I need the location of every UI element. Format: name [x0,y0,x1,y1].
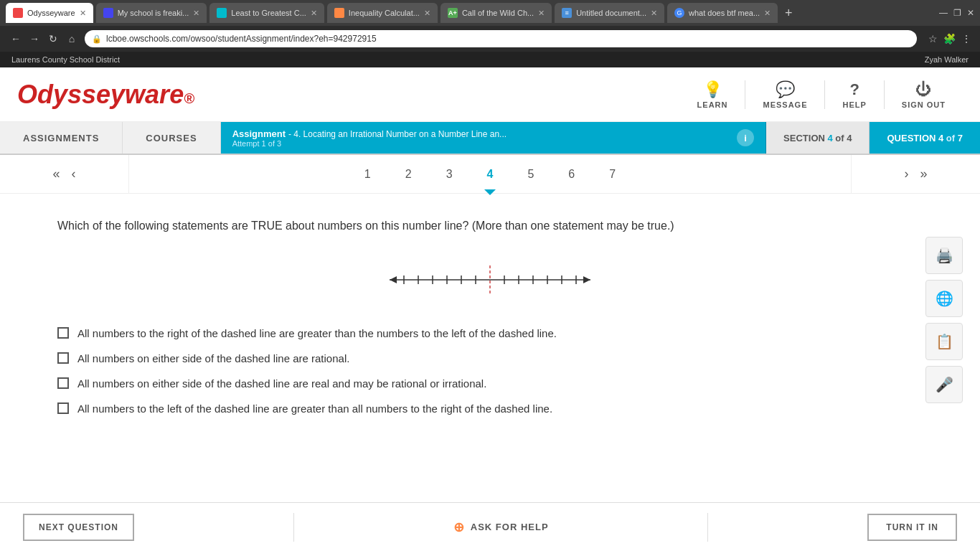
logo-text: Odysseyware [17,80,184,109]
window-controls: — ❐ ✕ [939,8,974,18]
page-numbers: 1 2 3 4 5 6 7 [129,168,851,181]
tab-myschool[interactable]: My school is freaki... ✕ [96,3,207,23]
next-page-icon[interactable]: › [904,166,908,182]
globe-tool-button[interactable]: 🌐 [925,280,963,317]
nav-help[interactable]: ? HELP [825,80,884,109]
tab-label-least: Least to Greatest C... [231,9,306,17]
tab-assignments[interactable]: ASSIGNMENTS [0,122,123,154]
tab-close-odysseyware[interactable]: ✕ [80,9,86,18]
courses-label: COURSES [146,133,197,143]
page-5[interactable]: 5 [522,165,540,183]
tab-label-untitled: Untitled document... [576,9,646,17]
tab-close-myschool[interactable]: ✕ [193,9,199,18]
page-7[interactable]: 7 [603,165,621,183]
checkbox-4[interactable] [57,402,69,414]
logo-registered: ® [184,90,194,106]
pagination: « ‹ 1 2 3 4 5 6 7 › » [0,155,980,194]
page-4-wrapper: 4 [481,168,499,181]
assignment-tab: Assignment - 4. Locating an Irrational N… [221,122,766,154]
assignment-attempt: Attempt 1 of 3 [232,139,728,148]
checkbox-3[interactable] [57,377,69,389]
ask-for-help-button[interactable]: ⊕ ASK FOR HELP [453,519,549,535]
tab-close-untitled[interactable]: ✕ [651,9,657,18]
page-1[interactable]: 1 [359,165,377,183]
tab-label-odysseyware: Odysseyware [27,9,75,17]
bookmark-icon[interactable]: ☆ [928,33,938,44]
first-page-icon[interactable]: « [52,166,60,182]
page-6[interactable]: 6 [562,165,580,183]
reload-button[interactable]: ↻ [46,33,60,44]
question-tab: QUESTION 4 of 7 [870,122,980,154]
page-nav-left[interactable]: « ‹ [0,155,129,193]
tab-least[interactable]: Least to Greatest C... ✕ [209,3,324,23]
divider [293,513,294,542]
last-page-icon[interactable]: » [920,166,927,182]
print-tool-button[interactable]: 🖨️ [925,237,963,274]
choice-text-2: All numbers on either side of the dashed… [77,352,349,364]
restore-button[interactable]: ❐ [953,8,961,18]
district-name: Laurens County School District [11,55,120,64]
page-2[interactable]: 2 [400,165,418,183]
page-4[interactable]: 4 [481,165,499,183]
back-button[interactable]: ← [9,33,23,44]
forward-button[interactable]: → [27,33,42,44]
info-button[interactable]: i [737,129,754,146]
address-bar-icons: ☆ 🧩 ⋮ [928,33,971,44]
tab-close-google[interactable]: ✕ [764,9,771,18]
minimize-button[interactable]: — [939,8,948,18]
turn-it-in-button[interactable]: TURN IT IN [867,514,957,541]
prev-page-icon[interactable]: ‹ [72,166,76,182]
close-button[interactable]: ✕ [967,8,974,18]
tab-label-google: what does btf mea... [689,9,760,17]
address-bar: ← → ↻ ⌂ 🔒 lcboe.owschools.com/owsoo/stud… [0,26,980,52]
page-3-wrapper: 3 [440,168,458,181]
extensions-icon[interactable]: 🧩 [943,33,956,44]
translate-tool-button[interactable]: 📋 [925,323,963,360]
url-bar[interactable]: 🔒 lcboe.owschools.com/owsoo/studentAssig… [85,30,917,47]
ask-help-label: ASK FOR HELP [471,522,549,532]
page-nav-right[interactable]: › » [851,155,980,193]
ask-help-icon: ⊕ [453,519,465,535]
tab-untitled[interactable]: ≡ Untitled document... ✕ [555,3,664,23]
nav-message[interactable]: 💬 MESSAGE [745,80,825,109]
url-text: lcboe.owschools.com/owsoo/studentAssignm… [106,34,910,44]
assignments-label: ASSIGNMENTS [23,133,99,143]
answer-choices: All numbers to the right of the dashed l… [57,327,703,415]
answer-choice-4: All numbers to the left of the dashed li… [57,402,703,415]
tab-courses[interactable]: COURSES [123,122,220,154]
translate-icon: 📋 [936,333,953,350]
question-current: 4 [938,133,943,143]
tab-favicon-myschool [103,8,113,18]
header-nav: 💡 LEARN 💬 MESSAGE ? HELP ⏻ SIGN OUT [680,80,963,109]
answer-choice-3: All numbers on either side of the dashed… [57,377,703,390]
section-total: 4 [847,133,852,143]
checkbox-1[interactable] [57,327,69,339]
tab-favicon-odysseyware [13,8,23,18]
checkbox-2[interactable] [57,352,69,364]
tab-callwild[interactable]: A+ Call of the Wild Ch... ✕ [440,3,552,23]
nav-tabs: ASSIGNMENTS COURSES Assignment - 4. Loca… [0,122,980,155]
choice-text-3: All numbers on either side of the dashed… [77,377,486,390]
tab-label-myschool: My school is freaki... [118,9,189,17]
menu-icon[interactable]: ⋮ [961,33,971,44]
tab-close-callwild[interactable]: ✕ [538,9,545,18]
tab-google[interactable]: G what does btf mea... ✕ [667,3,778,23]
tab-favicon-inequality [334,8,344,18]
tab-close-least[interactable]: ✕ [311,9,317,18]
mic-tool-button[interactable]: 🎤 [925,366,963,403]
tab-close-inequality[interactable]: ✕ [424,9,430,18]
assignment-tab-text: Assignment - 4. Locating an Irrational N… [232,128,728,148]
globe-icon: 🌐 [936,290,953,307]
message-label: MESSAGE [763,100,807,109]
answer-choice-1: All numbers to the right of the dashed l… [57,327,703,339]
nav-signout[interactable]: ⏻ SIGN OUT [885,80,963,109]
new-tab-button[interactable]: + [781,6,797,21]
nav-learn[interactable]: 💡 LEARN [680,80,746,109]
tab-inequality[interactable]: Inequality Calculat... ✕ [327,3,438,23]
page-3[interactable]: 3 [440,165,458,183]
number-line-svg [382,258,598,301]
home-button[interactable]: ⌂ [65,33,79,44]
tab-favicon-callwild: A+ [448,8,458,18]
tab-odysseyware[interactable]: Odysseyware ✕ [6,3,93,23]
next-question-button[interactable]: NEXT QUESTION [23,514,134,541]
